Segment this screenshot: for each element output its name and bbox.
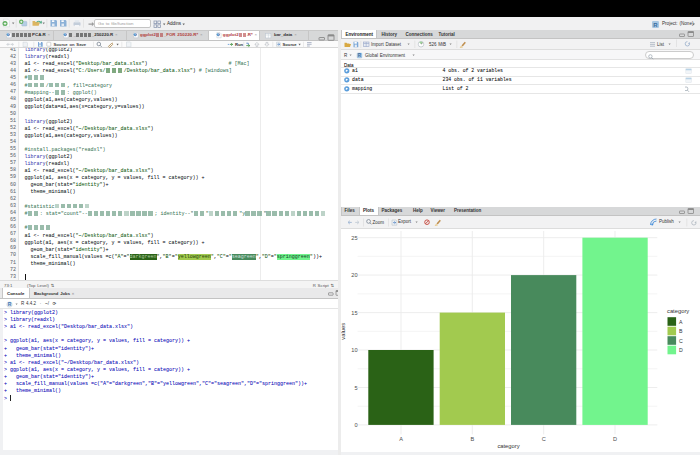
svg-text:10: 10 <box>351 347 357 353</box>
svg-text:A: A <box>399 436 403 442</box>
svg-text:category: category <box>667 308 689 314</box>
svg-text:A: A <box>679 319 683 325</box>
svg-text:D: D <box>679 347 683 353</box>
svg-text:R: R <box>8 301 12 307</box>
svg-text:15: 15 <box>351 310 357 316</box>
svg-text:category: category <box>497 443 519 449</box>
svg-text:C: C <box>679 338 683 344</box>
svg-text:B: B <box>470 436 474 442</box>
svg-text:5: 5 <box>354 385 357 391</box>
svg-text:B: B <box>679 328 683 334</box>
svg-text:C: C <box>542 436 546 442</box>
svg-text:values: values <box>341 323 347 340</box>
svg-text:20: 20 <box>351 272 357 278</box>
svg-text:D: D <box>613 436 617 442</box>
svg-text:25: 25 <box>351 235 357 241</box>
svg-text:0: 0 <box>354 422 357 428</box>
svg-text:R: R <box>653 21 658 27</box>
